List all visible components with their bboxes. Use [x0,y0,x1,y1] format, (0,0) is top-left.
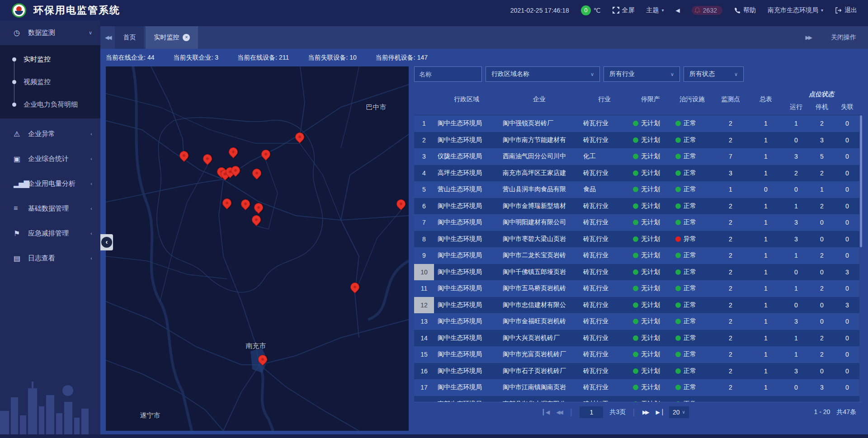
table-row[interactable]: 11 阆中生态环境局 阆中市五马桥页岩机砖 砖瓦行业 无计划 正常 2 [414,280,863,297]
row-lost: 0 [835,285,860,292]
table-row[interactable]: 2 阆中生态环境局 阆中市南方节能建材有 砖瓦行业 无计划 正常 2 [414,132,863,149]
table-row[interactable]: 18 南部生态环境局 南部县兴华水泥有限公 建材加工 无计划 正常 6 [414,396,863,402]
row-region: 阆中生态环境局 [434,367,499,375]
user-dropdown[interactable]: 南充市生态环境局 ▾ [768,6,823,14]
next-page-button[interactable]: ▶▶ [642,409,649,415]
first-page-button[interactable]: ▎◀ [543,409,550,415]
page-size-select[interactable]: 20 ∨ [669,406,689,418]
help-button[interactable]: 帮助 [734,6,756,14]
row-lost: 0 [835,351,860,358]
table-row[interactable]: 15 阆中生态环境局 阆中市光富页岩机砖厂 砖瓦行业 无计划 正常 2 [414,346,863,363]
tabs-scroll-left-button[interactable]: ◀◀ [100,26,115,49]
gauge-icon: ◷ [14,28,24,37]
notifications-button[interactable]: 2632 [692,6,722,15]
sidebar-subitem[interactable]: 视频监控 [0,71,100,93]
sidebar-item[interactable]: ≡ 基础数据管理 ‹ [0,197,100,220]
last-page-button[interactable]: ▶▕ [656,409,662,415]
table-row[interactable]: 8 阆中生态环境局 阆中市枣碧大梁山页岩 砖瓦行业 无计划 异常 2 [414,231,863,248]
tab-home[interactable]: 首页 [115,26,144,49]
mute-button[interactable]: ◀ [676,7,680,14]
col-limit: 停限产 [629,84,672,115]
table-scrollbar[interactable] [859,115,863,402]
table-row[interactable]: 5 营山生态环境局 营山县润丰肉食品有限 食品 无计划 正常 1 [414,181,863,198]
previous-page-button[interactable]: ◀◀ [556,409,563,415]
sidebar-item[interactable]: ⚠ 企业异常 ‹ [0,122,100,146]
fullscreen-button[interactable]: 全屏 [613,6,635,14]
status-dot-icon [633,154,638,159]
region-select[interactable]: 行政区域名称 ∨ [486,66,600,82]
row-meter: 1 [749,120,783,127]
theme-dropdown[interactable]: 主题 ▾ [646,6,664,14]
status-dot-icon [633,302,638,308]
industry-select[interactable]: 所有行业 ∨ [604,66,680,82]
table-row[interactable]: 4 高坪生态环境局 南充市高坪区王家店建 砖瓦行业 无计划 正常 3 [414,165,863,182]
phone-icon [734,7,741,14]
menu-icon: ▂▅▇ [14,179,24,188]
row-limit-status: 无计划 [629,202,672,210]
logout-button[interactable]: 退出 [835,6,857,14]
status-dot-icon [633,401,638,402]
tabs-scroll-right-button[interactable]: ▶▶ [801,26,816,49]
speaker-icon: ◀ [676,7,680,14]
sidebar-subitem[interactable]: 实时监控 [0,48,100,71]
row-meter: 1 [749,137,783,144]
map-panel[interactable]: 巴中市南充市遂宁市 [106,66,409,431]
sidebar-subitem[interactable]: 企业电力负荷明细 [0,93,100,116]
page-number-input[interactable] [580,406,603,418]
table-row[interactable]: 16 阆中生态环境局 阆中市石子页岩机砖厂 砖瓦行业 无计划 正常 2 [414,363,863,380]
status-dot-icon [675,269,681,275]
tab-realtime-monitoring[interactable]: 实时监控 × [146,26,198,49]
row-region: 阆中生态环境局 [434,218,499,226]
sidebar-item[interactable]: ▂▅▇ 企业用电量分析 ‹ [0,172,100,195]
col-industry: 行业 [580,84,629,115]
table-row[interactable]: 12 阆中生态环境局 阆中市忠信建材有限公 砖瓦行业 无计划 正常 2 [414,297,863,314]
name-search-input[interactable] [414,66,482,82]
table-row[interactable]: 13 阆中生态环境局 阆中市金福旺页岩机砖 砖瓦行业 无计划 正常 2 [414,313,863,330]
table-row[interactable]: 3 仪陇生态环境局 西南油气田分公司川中 化工 无计划 正常 7 [414,148,863,165]
col-lost: 失联 [835,99,860,115]
sidebar-collapse-handle[interactable]: ‹ [100,234,113,250]
table-row[interactable]: 10 阆中生态环境局 阆中千佛镇五郎垭页岩 砖瓦行业 无计划 正常 2 [414,264,863,281]
row-region: 南部生态环境局 [434,400,499,402]
close-icon[interactable]: × [183,34,190,41]
table-row[interactable]: 1 阆中生态环境局 阆中强锐页岩砖厂 砖瓦行业 无计划 正常 2 [414,115,863,132]
row-run: 0 [783,384,809,391]
row-limit-status: 无计划 [629,383,672,391]
main-content: 当前在线企业:44 当前失联企业:3 当前在线设备:211 当前失联设备:10 … [100,49,868,438]
row-stop: 2 [809,334,835,342]
col-region: 行政区域 [434,84,499,115]
table-row[interactable]: 6 阆中生态环境局 阆中市金博瑞新型墙材 砖瓦行业 无计划 正常 2 [414,198,863,215]
table-row[interactable]: 9 阆中生态环境局 阆中市二龙长宝页岩砖 砖瓦行业 无计划 正常 2 [414,247,863,264]
row-stop: 3 [809,384,835,391]
table-row[interactable]: 7 阆中生态环境局 阆中明阳建材有限公司 砖瓦行业 无计划 正常 2 [414,214,863,231]
sidebar-item-data-monitoring[interactable]: ◷ 数据监测 ∨ [0,20,100,45]
row-lost: 0 [835,186,860,193]
row-facility-status: 正常 [672,284,712,292]
row-region: 阆中生态环境局 [434,334,499,342]
sidebar-item[interactable]: ▣ 企业综合统计 ‹ [0,147,100,170]
row-lost: 0 [835,170,860,177]
row-facility-status: 正常 [672,169,712,177]
chevron-down-icon: ∨ [89,30,92,36]
row-meter: 1 [749,170,783,177]
row-industry: 砖瓦行业 [580,367,629,375]
row-limit-status: 无计划 [629,152,672,160]
row-facility-status: 正常 [672,119,712,127]
row-meter: 1 [749,318,783,325]
status-select[interactable]: 所有状态 ∨ [684,66,744,82]
table-row[interactable]: 17 阆中生态环境局 阆中市江南镇阆南页岩 砖瓦行业 无计划 正常 2 [414,379,863,396]
status-dot-icon [675,335,681,341]
row-facility-status: 正常 [672,185,712,193]
chevron-left-icon: ‹ [90,131,92,137]
sidebar-item[interactable]: ⚑ 应急减排管理 ‹ [0,221,100,245]
sidebar-item[interactable]: ▤ 日志查看 ‹ [0,246,100,270]
row-run: 0 [783,137,809,144]
map-roads [106,66,409,431]
row-region: 阆中生态环境局 [434,383,499,391]
row-industry: 砖瓦行业 [580,251,629,259]
table-row[interactable]: 14 阆中生态环境局 阆中大兴页岩机砖厂 砖瓦行业 无计划 正常 2 [414,330,863,347]
status-dot-icon [633,253,638,258]
row-points: 2 [712,301,749,309]
close-operations-button[interactable]: 关闭操作 [831,33,856,42]
chevron-left-icon: ‹ [90,206,92,211]
